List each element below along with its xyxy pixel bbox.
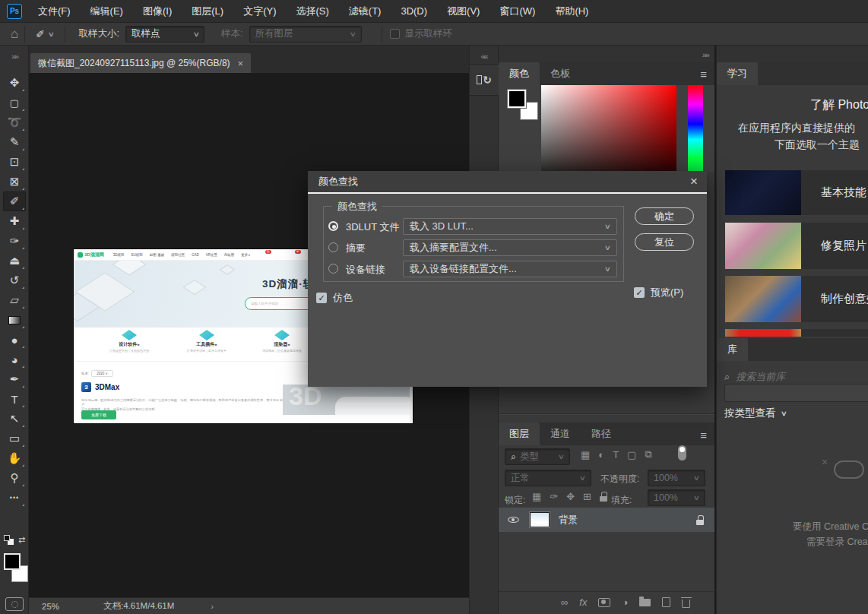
- 3dlut-dropdown[interactable]: 载入 3D LUT...∨: [403, 218, 617, 235]
- tab-channels[interactable]: 通道: [540, 423, 581, 445]
- eyedropper-tool-preset[interactable]: ✐ ∨: [31, 28, 58, 40]
- quick-mask-button[interactable]: [5, 597, 24, 611]
- tool-rectangular-marquee[interactable]: ▢: [3, 93, 26, 112]
- preview-checkbox[interactable]: ✓: [634, 287, 645, 298]
- tab-learn[interactable]: 学习: [717, 62, 758, 85]
- learn-card-creative-effects[interactable]: 制作创意效果: [725, 276, 868, 322]
- tool-move[interactable]: ✥: [3, 73, 26, 93]
- tool-blur[interactable]: ●: [3, 330, 26, 350]
- filter-pixel-layers-icon[interactable]: ▦: [581, 449, 590, 460]
- menu-item-3d[interactable]: 3D(D): [391, 0, 437, 22]
- lock-all-icon[interactable]: [600, 492, 607, 502]
- delete-layer-icon[interactable]: [682, 600, 690, 608]
- collapse-dock-icon[interactable]: »»: [702, 50, 708, 59]
- tool-hand[interactable]: ✋: [3, 448, 26, 468]
- saturation-brightness-box[interactable]: [541, 85, 676, 172]
- filter-shape-layers-icon[interactable]: ▢: [627, 449, 636, 460]
- tool-eyedropper[interactable]: ✐: [3, 191, 26, 211]
- filter-type-layers-icon[interactable]: T: [613, 449, 619, 460]
- tool-zoom[interactable]: ⚲: [3, 468, 26, 488]
- menu-item-file[interactable]: 文件(F): [28, 0, 81, 22]
- library-input[interactable]: [724, 384, 868, 402]
- device-link-dropdown[interactable]: 载入设备链接配置文件...∨: [403, 261, 617, 277]
- dither-checkbox[interactable]: ✓: [316, 293, 327, 303]
- document-tab[interactable]: 微信截图_20240927115113.jpg @ 25%(RGB/8) ×: [30, 53, 251, 73]
- link-layers-icon[interactable]: ∞: [561, 597, 568, 608]
- layer-effects-icon[interactable]: fx: [579, 597, 587, 608]
- tool-edit-toolbar[interactable]: •••: [3, 488, 26, 508]
- abstract-dropdown[interactable]: 载入摘要配置文件...∨: [403, 239, 617, 256]
- library-view-by[interactable]: 按类型查看 ∨: [724, 407, 786, 420]
- tool-spot-healing[interactable]: ✚: [3, 211, 26, 231]
- new-group-icon[interactable]: [639, 599, 651, 606]
- tool-gradient[interactable]: [3, 310, 26, 330]
- home-icon[interactable]: ⌂: [11, 27, 18, 42]
- layer-filter-toggle[interactable]: [678, 445, 686, 460]
- abstract-radio[interactable]: [328, 242, 338, 252]
- lock-transparent-pixels-icon[interactable]: ▦: [532, 491, 541, 502]
- tool-rectangle[interactable]: ▭: [3, 429, 26, 448]
- tool-frame[interactable]: ⊠: [3, 172, 26, 191]
- zoom-level[interactable]: 25%: [42, 602, 59, 611]
- dialog-close-icon[interactable]: ×: [690, 174, 698, 189]
- preview-checkbox-row[interactable]: ✓ 预览(P): [634, 286, 683, 299]
- filter-smart-objects-icon[interactable]: ⧉: [645, 448, 651, 460]
- menu-item-window[interactable]: 窗口(W): [489, 0, 545, 22]
- tab-swatches[interactable]: 色板: [540, 62, 581, 85]
- tab-color[interactable]: 颜色: [499, 62, 540, 85]
- tool-path-selection[interactable]: ↖: [3, 409, 26, 429]
- history-panel-icon[interactable]: ↻: [470, 64, 499, 96]
- tool-eraser[interactable]: ▱: [3, 290, 26, 310]
- tab-layers[interactable]: 图层: [499, 423, 540, 445]
- tool-type[interactable]: T: [3, 389, 26, 409]
- lock-image-pixels-icon[interactable]: ✑: [550, 491, 558, 502]
- new-adjustment-layer-icon[interactable]: ◑: [622, 597, 628, 608]
- new-layer-icon[interactable]: [662, 597, 670, 607]
- menu-item-layer[interactable]: 图层(L): [182, 0, 233, 22]
- layer-thumbnail[interactable]: [530, 512, 550, 527]
- collapse-dock-icon[interactable]: ««: [470, 52, 498, 61]
- tool-history-brush[interactable]: ↺: [3, 271, 26, 290]
- close-tab-icon[interactable]: ×: [238, 58, 244, 69]
- layer-filter-select[interactable]: ⌕ 类型 ∨: [505, 448, 570, 465]
- color-panel-menu-icon[interactable]: ≡: [700, 68, 707, 81]
- learn-card-basic-skills[interactable]: 基本技能: [725, 170, 868, 215]
- learn-card-retouch-photos[interactable]: 修复照片: [725, 223, 868, 269]
- lock-artboard-icon[interactable]: ⊞: [583, 491, 591, 502]
- foreground-color-swatch[interactable]: [4, 553, 21, 570]
- tool-object-selection[interactable]: ✎: [3, 132, 26, 152]
- tab-libraries[interactable]: 库: [717, 338, 748, 361]
- tab-paths[interactable]: 路径: [581, 423, 622, 445]
- ok-button[interactable]: 确定: [635, 207, 694, 225]
- learn-card-partial-card[interactable]: [725, 329, 868, 337]
- layer-visibility-eye-icon[interactable]: [508, 514, 519, 526]
- tool-brush[interactable]: ✑: [3, 231, 26, 251]
- dialog-title-bar[interactable]: 颜色查找 ×: [308, 171, 707, 192]
- menu-item-view[interactable]: 视图(V): [437, 0, 489, 22]
- foreground-color-swatch[interactable]: [508, 90, 526, 108]
- sample-size-select[interactable]: 取样点 ∨: [125, 26, 204, 43]
- filter-adjustment-layers-icon[interactable]: ◐: [598, 449, 604, 460]
- tool-clone-stamp[interactable]: ⏏: [3, 251, 26, 271]
- reset-button[interactable]: 复位: [635, 233, 694, 251]
- expand-toolbar-icon[interactable]: »»: [0, 52, 29, 61]
- tool-pen[interactable]: ✒: [3, 369, 26, 389]
- dither-checkbox-row[interactable]: ✓ 仿色: [316, 291, 353, 305]
- layer-row-background[interactable]: 背景: [499, 508, 714, 532]
- menu-item-help[interactable]: 帮助(H): [545, 0, 598, 22]
- tool-dodge[interactable]: ◕: [3, 350, 26, 369]
- tool-crop[interactable]: ⊡: [3, 152, 26, 172]
- 3dlut-radio[interactable]: [328, 221, 338, 231]
- menu-item-select[interactable]: 选择(S): [286, 0, 338, 22]
- lock-position-icon[interactable]: ✥: [566, 491, 575, 502]
- layers-panel-menu-icon[interactable]: ≡: [700, 429, 707, 442]
- library-search[interactable]: ⌕ 搜索当前库: [724, 370, 785, 384]
- device-link-radio[interactable]: [328, 264, 338, 274]
- hue-slider[interactable]: [688, 85, 703, 172]
- add-layer-mask-icon[interactable]: [598, 598, 610, 607]
- status-chevron-icon[interactable]: ›: [211, 602, 214, 611]
- menu-item-filter[interactable]: 滤镜(T): [339, 0, 391, 22]
- tool-lasso[interactable]: ➰: [3, 112, 26, 132]
- menu-item-edit[interactable]: 编辑(E): [81, 0, 133, 22]
- menu-item-image[interactable]: 图像(I): [133, 0, 182, 22]
